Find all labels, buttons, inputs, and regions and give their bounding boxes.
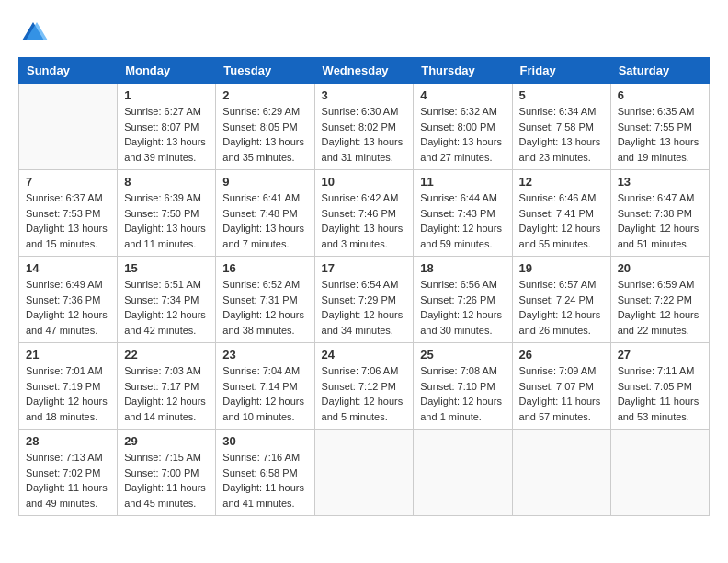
day-number: 21 [26,348,110,362]
calendar-cell: 9 Sunrise: 6:41 AM Sunset: 7:48 PM Dayli… [216,170,314,257]
daylight-label: Daylight: 12 hours and 5 minutes. [322,396,404,422]
sunrise-label: Sunrise: 7:08 AM [420,365,497,376]
calendar-cell: 15 Sunrise: 6:51 AM Sunset: 7:34 PM Dayl… [118,257,216,343]
sunset-label: Sunset: 8:02 PM [322,121,396,132]
sunrise-label: Sunrise: 6:41 AM [222,192,300,203]
sunrise-label: Sunrise: 6:57 AM [519,279,597,290]
day-number: 30 [222,434,307,448]
daylight-label: Daylight: 11 hours and 57 minutes. [519,396,601,422]
day-info: Sunrise: 6:59 AM Sunset: 7:22 PM Dayligh… [618,277,702,338]
col-header-monday: Monday [118,58,216,84]
sunrise-label: Sunrise: 6:37 AM [26,192,103,203]
day-number: 10 [322,175,407,189]
calendar-cell: 28 Sunrise: 7:13 AM Sunset: 7:02 PM Dayl… [19,430,118,516]
daylight-label: Daylight: 12 hours and 22 minutes. [618,309,700,336]
daylight-label: Daylight: 12 hours and 14 minutes. [124,396,206,422]
sunset-label: Sunset: 7:26 PM [420,294,495,305]
logo [18,18,51,48]
day-number: 20 [618,261,702,275]
sunset-label: Sunset: 8:00 PM [420,121,495,132]
daylight-label: Daylight: 12 hours and 38 minutes. [222,309,304,336]
day-number: 16 [222,261,307,275]
daylight-label: Daylight: 12 hours and 51 minutes. [618,223,700,249]
day-info: Sunrise: 6:35 AM Sunset: 7:55 PM Dayligh… [618,104,702,165]
sunset-label: Sunset: 7:19 PM [26,381,100,392]
day-info: Sunrise: 7:16 AM Sunset: 6:58 PM Dayligh… [222,450,307,511]
sunset-label: Sunset: 7:00 PM [124,467,199,478]
daylight-label: Daylight: 12 hours and 10 minutes. [222,396,304,422]
sunset-label: Sunset: 8:05 PM [222,121,297,132]
sunrise-label: Sunrise: 7:09 AM [519,365,597,376]
day-info: Sunrise: 6:27 AM Sunset: 8:07 PM Dayligh… [124,104,209,165]
day-info: Sunrise: 6:34 AM Sunset: 7:58 PM Dayligh… [519,104,604,165]
day-info: Sunrise: 7:01 AM Sunset: 7:19 PM Dayligh… [26,363,110,424]
calendar-cell: 4 Sunrise: 6:32 AM Sunset: 8:00 PM Dayli… [414,84,512,170]
calendar-week-4: 21 Sunrise: 7:01 AM Sunset: 7:19 PM Dayl… [19,343,710,430]
calendar-cell: 6 Sunrise: 6:35 AM Sunset: 7:55 PM Dayli… [610,84,709,170]
calendar-cell [19,84,118,170]
day-info: Sunrise: 6:49 AM Sunset: 7:36 PM Dayligh… [26,277,110,338]
day-number: 22 [124,348,209,362]
calendar-cell: 20 Sunrise: 6:59 AM Sunset: 7:22 PM Dayl… [610,257,709,343]
sunrise-label: Sunrise: 6:56 AM [420,279,497,290]
col-header-sunday: Sunday [19,58,118,84]
calendar-cell: 19 Sunrise: 6:57 AM Sunset: 7:24 PM Dayl… [512,257,610,343]
daylight-label: Daylight: 12 hours and 18 minutes. [26,396,108,422]
day-number: 13 [618,175,702,189]
col-header-thursday: Thursday [414,58,512,84]
calendar-cell: 10 Sunrise: 6:42 AM Sunset: 7:46 PM Dayl… [314,170,414,257]
day-number: 11 [420,175,505,189]
day-info: Sunrise: 6:39 AM Sunset: 7:50 PM Dayligh… [124,190,209,251]
sunset-label: Sunset: 7:31 PM [222,294,297,305]
daylight-label: Daylight: 13 hours and 35 minutes. [222,136,304,163]
calendar-header-row: SundayMondayTuesdayWednesdayThursdayFrid… [19,58,710,84]
sunset-label: Sunset: 7:22 PM [618,294,692,305]
day-info: Sunrise: 6:30 AM Sunset: 8:02 PM Dayligh… [322,104,407,165]
day-number: 4 [420,88,505,102]
calendar-cell: 5 Sunrise: 6:34 AM Sunset: 7:58 PM Dayli… [512,84,610,170]
calendar-cell: 1 Sunrise: 6:27 AM Sunset: 8:07 PM Dayli… [118,84,216,170]
sunrise-label: Sunrise: 7:11 AM [618,365,695,376]
calendar-cell: 24 Sunrise: 7:06 AM Sunset: 7:12 PM Dayl… [314,343,414,430]
sunset-label: Sunset: 7:46 PM [322,208,396,219]
day-info: Sunrise: 6:47 AM Sunset: 7:38 PM Dayligh… [618,190,702,251]
daylight-label: Daylight: 12 hours and 1 minute. [420,396,502,422]
sunrise-label: Sunrise: 6:34 AM [519,106,597,117]
daylight-label: Daylight: 13 hours and 7 minutes. [222,223,304,249]
calendar-cell: 13 Sunrise: 6:47 AM Sunset: 7:38 PM Dayl… [610,170,709,257]
calendar-cell: 14 Sunrise: 6:49 AM Sunset: 7:36 PM Dayl… [19,257,118,343]
day-info: Sunrise: 6:52 AM Sunset: 7:31 PM Dayligh… [222,277,307,338]
sunrise-label: Sunrise: 6:46 AM [519,192,597,203]
day-info: Sunrise: 6:56 AM Sunset: 7:26 PM Dayligh… [420,277,505,338]
daylight-label: Daylight: 11 hours and 53 minutes. [618,396,700,422]
daylight-label: Daylight: 13 hours and 11 minutes. [124,223,206,249]
calendar-cell: 2 Sunrise: 6:29 AM Sunset: 8:05 PM Dayli… [216,84,314,170]
daylight-label: Daylight: 13 hours and 27 minutes. [420,136,502,163]
daylight-label: Daylight: 12 hours and 59 minutes. [420,223,502,249]
daylight-label: Daylight: 13 hours and 15 minutes. [26,223,108,249]
day-number: 29 [124,434,209,448]
day-number: 8 [124,175,209,189]
sunset-label: Sunset: 7:43 PM [420,208,495,219]
sunset-label: Sunset: 7:34 PM [124,294,199,305]
calendar-cell: 8 Sunrise: 6:39 AM Sunset: 7:50 PM Dayli… [118,170,216,257]
sunrise-label: Sunrise: 6:29 AM [222,106,300,117]
sunset-label: Sunset: 7:10 PM [420,381,495,392]
day-info: Sunrise: 7:08 AM Sunset: 7:10 PM Dayligh… [420,363,505,424]
col-header-tuesday: Tuesday [216,58,314,84]
day-info: Sunrise: 6:57 AM Sunset: 7:24 PM Dayligh… [519,277,604,338]
day-number: 7 [26,175,110,189]
day-number: 27 [618,348,702,362]
calendar-week-3: 14 Sunrise: 6:49 AM Sunset: 7:36 PM Dayl… [19,257,710,343]
day-info: Sunrise: 7:03 AM Sunset: 7:17 PM Dayligh… [124,363,209,424]
sunrise-label: Sunrise: 6:59 AM [618,279,695,290]
calendar-week-5: 28 Sunrise: 7:13 AM Sunset: 7:02 PM Dayl… [19,430,710,516]
sunrise-label: Sunrise: 7:16 AM [222,452,300,463]
sunset-label: Sunset: 8:07 PM [124,121,199,132]
daylight-label: Daylight: 12 hours and 30 minutes. [420,309,502,336]
calendar-cell: 29 Sunrise: 7:15 AM Sunset: 7:00 PM Dayl… [118,430,216,516]
sunset-label: Sunset: 7:05 PM [618,381,692,392]
calendar-cell: 23 Sunrise: 7:04 AM Sunset: 7:14 PM Dayl… [216,343,314,430]
sunrise-label: Sunrise: 6:47 AM [618,192,695,203]
daylight-label: Daylight: 11 hours and 41 minutes. [222,482,304,509]
